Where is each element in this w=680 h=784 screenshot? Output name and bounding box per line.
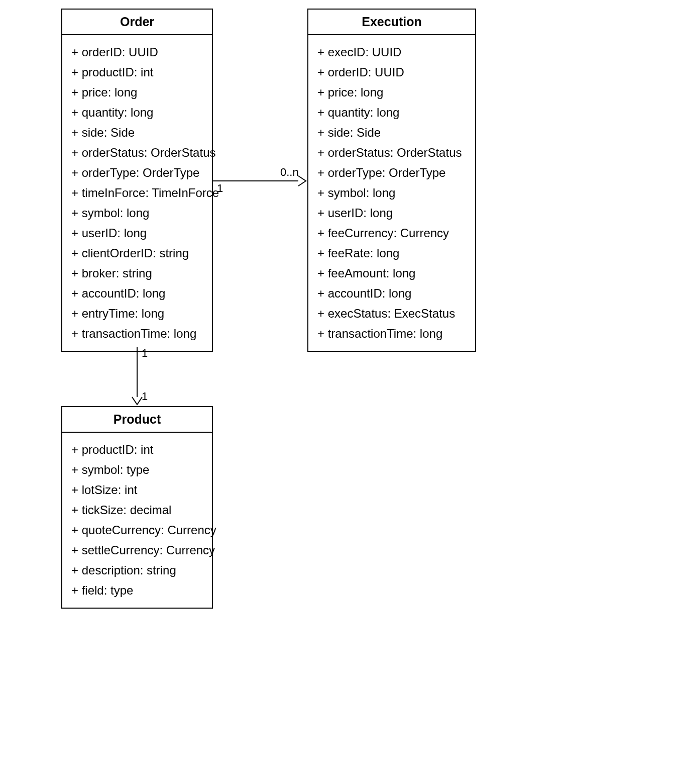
class-attr: + entryTime: long	[71, 304, 203, 324]
class-body-product: + productID: int + symbol: type + lotSiz…	[62, 433, 212, 608]
class-attr: + orderID: UUID	[71, 42, 203, 62]
class-title-order: Order	[62, 10, 212, 35]
class-attr: + productID: int	[71, 62, 203, 82]
multiplicity-order-bottom: 1	[142, 347, 148, 360]
class-attr: + feeAmount: long	[317, 263, 466, 283]
class-attr: + field: type	[71, 580, 203, 601]
uml-class-product: Product + productID: int + symbol: type …	[61, 406, 213, 609]
class-attr: + orderType: OrderType	[317, 163, 466, 183]
class-attr: + orderType: OrderType	[71, 163, 203, 183]
class-attr: + orderStatus: OrderStatus	[71, 143, 203, 163]
class-attr: + clientOrderID: string	[71, 243, 203, 263]
class-title-execution: Execution	[308, 10, 475, 35]
class-title-product: Product	[62, 407, 212, 433]
uml-class-execution: Execution + execID: UUID + orderID: UUID…	[307, 9, 476, 352]
class-attr: + description: string	[71, 560, 203, 580]
class-attr: + quantity: long	[317, 103, 466, 123]
class-attr: + feeCurrency: Currency	[317, 223, 466, 243]
class-attr: + side: Side	[317, 123, 466, 143]
class-body-execution: + execID: UUID + orderID: UUID + price: …	[308, 35, 475, 351]
class-attr: + lotSize: int	[71, 480, 203, 500]
class-attr: + broker: string	[71, 263, 203, 283]
class-attr: + orderID: UUID	[317, 62, 466, 82]
uml-class-order: Order + orderID: UUID + productID: int +…	[61, 9, 213, 352]
class-attr: + symbol: type	[71, 460, 203, 480]
class-attr: + userID: long	[317, 203, 466, 223]
class-attr: + transactionTime: long	[71, 324, 203, 344]
class-attr: + productID: int	[71, 440, 203, 460]
class-attr: + tickSize: decimal	[71, 500, 203, 520]
class-attr: + quoteCurrency: Currency	[71, 520, 203, 540]
class-attr: + symbol: long	[317, 183, 466, 203]
class-attr: + userID: long	[71, 223, 203, 243]
class-attr: + price: long	[71, 82, 203, 103]
multiplicity-order-side: 1	[217, 182, 223, 195]
class-attr: + side: Side	[71, 123, 203, 143]
multiplicity-product-top: 1	[142, 390, 148, 403]
class-attr: + settleCurrency: Currency	[71, 540, 203, 560]
multiplicity-execution-side: 0..n	[280, 166, 299, 179]
class-attr: + transactionTime: long	[317, 324, 466, 344]
class-attr: + accountID: long	[317, 283, 466, 304]
class-attr: + price: long	[317, 82, 466, 103]
class-attr: + accountID: long	[71, 283, 203, 304]
class-attr: + orderStatus: OrderStatus	[317, 143, 466, 163]
class-attr: + timeInForce: TimeInForce	[71, 183, 203, 203]
class-body-order: + orderID: UUID + productID: int + price…	[62, 35, 212, 351]
class-attr: + symbol: long	[71, 203, 203, 223]
class-attr: + execStatus: ExecStatus	[317, 304, 466, 324]
class-attr: + execID: UUID	[317, 42, 466, 62]
class-attr: + quantity: long	[71, 103, 203, 123]
class-attr: + feeRate: long	[317, 243, 466, 263]
